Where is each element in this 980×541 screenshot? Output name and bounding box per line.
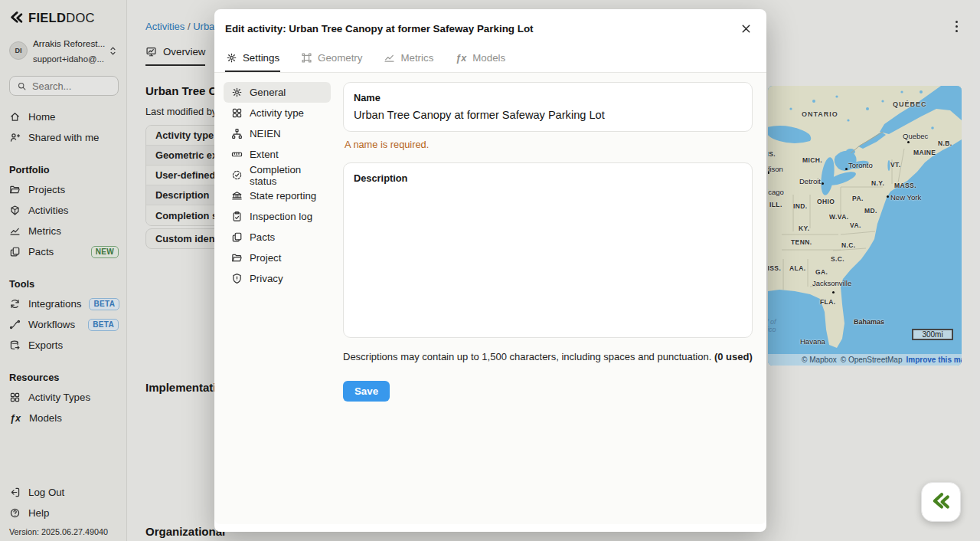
hierarchy-icon [231,128,243,139]
nav-label: Pacts [250,231,275,243]
clipboard-check-icon [231,211,243,222]
fielddoc-logo-icon [931,492,951,512]
settings-nav-activity-type[interactable]: Activity type [224,103,331,123]
settings-nav-project[interactable]: Project [224,248,331,268]
settings-nav-state-reporting[interactable]: State reporting [224,185,331,206]
settings-nav-general[interactable]: General [224,82,331,103]
save-button[interactable]: Save [343,381,390,402]
copy-icon [231,231,243,243]
description-field-card: Description [343,162,753,338]
nav-label: Project [250,252,281,264]
nav-label: NEIEN [250,128,281,139]
settings-nav-completion-status[interactable]: Completion status [224,165,331,185]
tab-models[interactable]: ƒx Models [454,48,506,72]
nav-label: General [250,87,286,98]
tab-label: Metrics [400,52,433,64]
vector-square-icon [301,52,312,64]
ruler-icon [231,149,243,160]
trend-chart-icon [384,52,395,64]
screen: FIELDDOC DI Arrakis Reforest... support+… [0,0,980,541]
nav-label: Extent [250,149,279,160]
settings-nav-neien[interactable]: NEIEN [224,123,331,144]
settings-nav-pacts[interactable]: Pacts [224,227,331,248]
folder-icon [231,252,243,264]
tab-label: Settings [243,52,279,64]
name-field-card: Name [343,82,753,132]
name-error-text: A name is required. [345,139,753,150]
tab-settings[interactable]: Settings [225,48,280,72]
settings-nav-privacy[interactable]: Privacy [224,268,331,289]
name-input[interactable] [354,109,742,121]
nav-label: Privacy [250,273,283,284]
name-label: Name [354,92,742,103]
gear-icon [231,87,243,98]
nav-label: Activity type [250,107,304,119]
tab-label: Geometry [318,52,362,64]
gear-icon [226,52,237,64]
modal-title: Edit activity: Urban Tree Canopy at form… [225,23,534,34]
nav-label: Inspection log [250,211,312,222]
fx-icon: ƒx [455,53,467,64]
description-helper-text: Descriptions may contain up to 1,500 cha… [343,351,753,362]
tab-metrics[interactable]: Metrics [383,48,434,72]
shield-icon [231,273,243,284]
modal-tab-bar: Settings Geometry Metrics ƒx Models [214,43,766,73]
nav-label: Completion status [250,164,323,187]
bank-icon [231,190,243,202]
edit-activity-modal: Edit activity: Urban Tree Canopy at form… [214,9,766,532]
settings-nav-inspection-log[interactable]: Inspection log [224,206,331,227]
grid-icon [231,107,243,119]
modal-settings-nav: General Activity type NEIEN Extent Compl… [224,82,331,524]
dashed-circle-check-icon [231,169,243,181]
tab-geometry[interactable]: Geometry [300,48,363,72]
character-count: (0 used) [714,351,753,362]
fielddoc-floating-button[interactable] [921,482,961,522]
description-input[interactable] [354,189,742,326]
description-label: Description [354,172,742,184]
close-button[interactable] [737,20,754,37]
close-icon [740,23,752,34]
tab-label: Models [472,52,505,64]
settings-nav-extent[interactable]: Extent [224,144,331,165]
nav-label: State reporting [250,190,316,202]
